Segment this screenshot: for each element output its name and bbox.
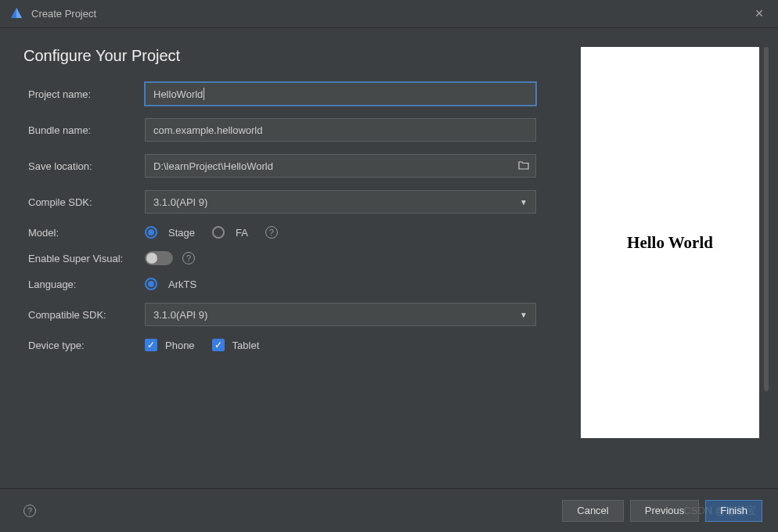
help-icon-dialog[interactable]: ? bbox=[23, 505, 36, 517]
chevron-down-icon: ▼ bbox=[520, 198, 528, 207]
row-super-visual: Enable Super Visual: ? bbox=[23, 251, 565, 265]
row-compatible-sdk: Compatible SDK: 3.1.0(API 9) ▼ bbox=[23, 303, 565, 326]
folder-browse-icon[interactable] bbox=[518, 160, 529, 172]
row-model: Model: Stage FA ? bbox=[23, 226, 565, 239]
form-area: Configure Your Project Project name: Hel… bbox=[23, 47, 581, 465]
label-model: Model: bbox=[23, 227, 145, 239]
cancel-button[interactable]: Cancel bbox=[562, 500, 623, 522]
radio-label-arkts: ArkTS bbox=[168, 279, 196, 290]
compatible-sdk-select[interactable]: 3.1.0(API 9) ▼ bbox=[145, 303, 536, 326]
label-super-visual: Enable Super Visual: bbox=[23, 253, 145, 264]
row-language: Language: ArkTS bbox=[23, 278, 565, 290]
row-compile-sdk: Compile SDK: 3.1.0(API 9) ▼ bbox=[23, 190, 565, 214]
radio-language-arkts[interactable] bbox=[145, 278, 157, 290]
label-save-location: Save location: bbox=[23, 160, 145, 172]
bundle-name-value: com.example.helloworld bbox=[153, 124, 262, 136]
toggle-super-visual[interactable] bbox=[145, 251, 173, 265]
label-language: Language: bbox=[23, 279, 145, 290]
radio-label-fa: FA bbox=[236, 227, 248, 239]
page-title: Configure Your Project bbox=[23, 47, 565, 65]
previous-button[interactable]: Previous bbox=[630, 500, 700, 522]
content-area: Configure Your Project Project name: Hel… bbox=[0, 28, 778, 465]
preview-device: Hello World bbox=[581, 47, 759, 438]
label-project-name: Project name: bbox=[23, 88, 145, 100]
row-device-type: Device type: ✓ Phone ✓ Tablet bbox=[23, 339, 565, 351]
row-bundle-name: Bundle name: com.example.helloworld bbox=[23, 118, 565, 142]
bottom-bar: ? Cancel Previous Finish bbox=[0, 488, 778, 532]
chevron-down-icon: ▼ bbox=[520, 311, 528, 319]
label-compile-sdk: Compile SDK: bbox=[23, 196, 145, 208]
help-icon-model[interactable]: ? bbox=[265, 226, 278, 239]
radio-model-fa[interactable] bbox=[212, 226, 225, 239]
save-location-input[interactable]: D:\learnProject\HelloWorld bbox=[145, 154, 536, 178]
compile-sdk-select[interactable]: 3.1.0(API 9) ▼ bbox=[145, 190, 536, 214]
checkbox-phone[interactable]: ✓ bbox=[145, 339, 157, 351]
preview-area: Hello World bbox=[581, 47, 759, 465]
compile-sdk-value: 3.1.0(API 9) bbox=[153, 196, 207, 208]
row-project-name: Project name: HelloWorld bbox=[23, 82, 565, 106]
bundle-name-input[interactable]: com.example.helloworld bbox=[145, 118, 536, 142]
window-title: Create Project bbox=[31, 8, 96, 20]
text-cursor bbox=[204, 88, 204, 100]
app-logo-icon bbox=[9, 7, 23, 21]
label-bundle-name: Bundle name: bbox=[23, 124, 145, 136]
checkbox-label-tablet: Tablet bbox=[232, 340, 260, 351]
checkbox-label-phone: Phone bbox=[165, 340, 195, 351]
help-icon-super-visual[interactable]: ? bbox=[182, 252, 195, 264]
scrollbar[interactable] bbox=[764, 47, 769, 391]
finish-button[interactable]: Finish bbox=[705, 500, 762, 522]
label-compatible-sdk: Compatible SDK: bbox=[23, 309, 145, 321]
save-location-value: D:\learnProject\HelloWorld bbox=[153, 160, 273, 172]
preview-text: Hello World bbox=[627, 233, 713, 253]
label-device-type: Device type: bbox=[23, 340, 145, 351]
compatible-sdk-value: 3.1.0(API 9) bbox=[153, 309, 207, 321]
radio-label-stage: Stage bbox=[168, 227, 195, 239]
titlebar: Create Project × bbox=[0, 0, 778, 28]
close-icon[interactable]: × bbox=[750, 5, 769, 23]
row-save-location: Save location: D:\learnProject\HelloWorl… bbox=[23, 154, 565, 178]
project-name-value: HelloWorld bbox=[153, 88, 203, 100]
checkbox-tablet[interactable]: ✓ bbox=[212, 339, 225, 351]
project-name-input[interactable]: HelloWorld bbox=[145, 82, 536, 106]
radio-model-stage[interactable] bbox=[145, 226, 157, 239]
